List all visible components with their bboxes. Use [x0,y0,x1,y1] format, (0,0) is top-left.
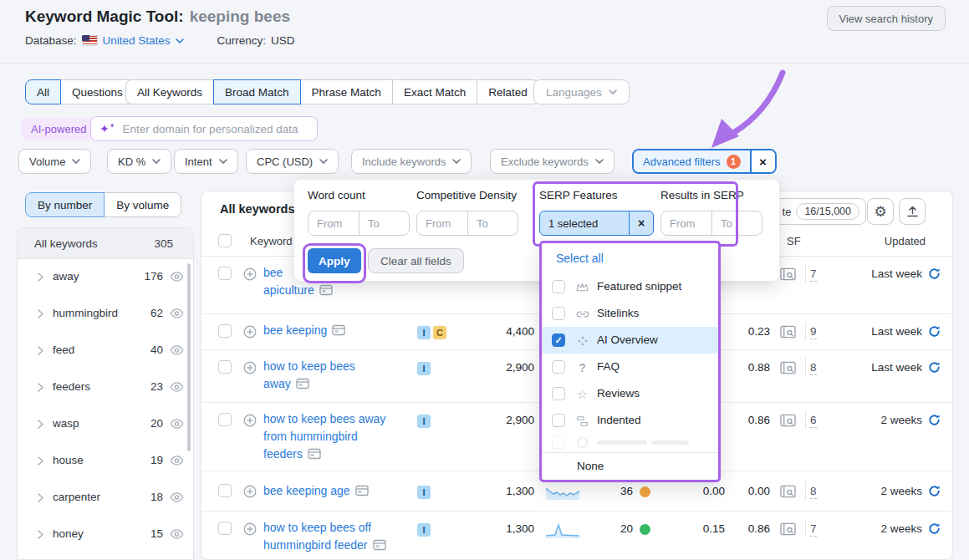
sf-count[interactable]: 9 [810,325,817,339]
cpc-filter[interactable]: CPC (USD) [246,149,339,174]
checkbox-checked[interactable]: ✓ [552,333,565,347]
keyword-link[interactable]: bee keeping age [263,482,443,500]
languages-dropdown[interactable]: Languages [533,79,630,104]
clear-serp-features-icon[interactable]: × [629,211,653,235]
word-count-from-input[interactable] [309,211,359,235]
eye-icon[interactable] [170,345,184,355]
expand-chevron-icon[interactable] [38,309,43,318]
sf-count[interactable]: 8 [810,485,817,499]
all-keywords-group-row[interactable]: All keywords 305 [18,228,193,259]
refresh-icon[interactable] [928,414,941,426]
serp-card-icon[interactable] [355,485,369,496]
volume-filter[interactable]: Volume [18,149,91,174]
expand-chevron-icon[interactable] [38,456,43,466]
by-number-tab[interactable]: By number [25,192,105,217]
competitive-density-from-input[interactable] [417,211,467,235]
serp-card-icon[interactable] [296,378,309,389]
serp-card-icon[interactable] [373,539,386,551]
serp-preview-icon[interactable] [780,522,796,536]
serp-feature-item-faq[interactable]: ? FAQ [542,354,718,380]
refresh-icon[interactable] [928,522,941,535]
group-row-honey[interactable]: honey 15 [18,516,193,552]
serp-preview-icon[interactable] [780,361,796,374]
serp-card-icon[interactable] [319,284,333,296]
row-checkbox[interactable] [218,267,232,280]
keyword-link[interactable]: bee keeping [263,322,443,339]
serp-feature-item-none[interactable]: None [542,452,718,481]
row-checkbox[interactable] [218,484,232,497]
add-to-list-icon[interactable] [243,325,257,339]
tab-broad-match[interactable]: Broad Match [213,79,301,104]
domain-input[interactable] [120,122,309,136]
checkbox[interactable] [552,307,565,320]
expand-chevron-icon[interactable] [38,493,43,502]
select-all-link[interactable]: Select all [556,252,604,265]
intent-informational-badge[interactable]: I [417,523,431,537]
refresh-icon[interactable] [928,485,941,497]
checkbox[interactable] [552,280,565,293]
serp-card-icon[interactable] [308,448,321,460]
expand-chevron-icon[interactable] [38,420,43,429]
group-row-carpenter[interactable]: carpenter 18 [18,479,193,516]
include-keywords-filter[interactable]: Include keywords [351,149,472,174]
intent-filter[interactable]: Intent [174,149,238,174]
serp-preview-icon[interactable] [780,325,796,339]
add-to-list-icon[interactable] [243,267,257,281]
eye-icon[interactable] [170,456,184,466]
by-volume-tab[interactable]: By volume [104,192,181,217]
add-to-list-icon[interactable] [243,361,257,374]
col-sf[interactable]: SF [787,235,801,247]
serp-features-select[interactable]: 1 selected × [539,211,654,236]
serp-feature-item-featured-snippet[interactable]: Featured snippet [542,273,718,300]
serp-feature-partial-item[interactable] [542,434,718,452]
serp-feature-item-sitelinks[interactable]: Sitelinks [542,300,718,327]
serp-preview-icon[interactable] [780,414,796,427]
results-in-serp-from-input[interactable] [661,211,711,235]
serp-preview-icon[interactable] [780,485,796,498]
intent-commercial-badge[interactable]: C [433,326,446,339]
sf-count[interactable]: 7 [810,267,817,282]
intent-informational-badge[interactable]: I [417,415,431,428]
keyword-link[interactable]: how to keep bees away from hummingbird f… [263,410,443,463]
serp-card-icon[interactable] [332,324,345,336]
group-row-feed[interactable]: feed 40 [18,332,193,369]
serp-feature-item-ai-overview[interactable]: ✓ AI Overview [542,327,718,354]
row-checkbox[interactable] [218,522,232,535]
checkbox[interactable] [552,360,565,374]
row-checkbox[interactable] [218,324,232,338]
tab-exact-match[interactable]: Exact Match [392,79,477,104]
expand-chevron-icon[interactable] [38,383,43,392]
sf-count[interactable]: 7 [810,522,817,537]
clear-all-fields-button[interactable]: Clear all fields [368,248,464,273]
add-to-list-icon[interactable] [243,485,257,498]
eye-icon[interactable] [170,308,184,318]
exclude-keywords-filter[interactable]: Exclude keywords [490,149,615,174]
apply-button[interactable]: Apply [308,248,361,273]
serp-preview-icon[interactable] [780,267,796,281]
intent-informational-badge[interactable]: I [417,326,431,339]
tab-questions[interactable]: Questions [60,79,135,104]
word-count-to-input[interactable] [359,211,409,235]
refresh-icon[interactable] [928,267,941,280]
sf-count[interactable]: 6 [810,414,817,428]
group-row-feeders[interactable]: feeders 23 [18,369,193,405]
checkbox[interactable] [552,414,565,427]
advanced-filters-button[interactable]: Advanced filters 1 × [632,149,777,174]
group-row-hummingbird[interactable]: hummingbird 62 [18,295,193,332]
group-row-away[interactable]: away 176 [18,258,193,295]
row-checkbox[interactable] [218,413,232,426]
expand-chevron-icon[interactable] [38,530,43,539]
group-row-wasp[interactable]: wasp 20 [18,405,193,442]
eye-icon[interactable] [170,419,184,429]
add-to-list-icon[interactable] [243,414,257,427]
expand-chevron-icon[interactable] [38,346,43,355]
export-button[interactable] [899,198,926,225]
select-all-checkbox[interactable] [218,234,232,247]
row-checkbox[interactable] [218,360,232,374]
expand-chevron-icon[interactable] [38,272,43,282]
tab-phrase-match[interactable]: Phrase Match [300,79,393,104]
eye-icon[interactable] [170,529,184,539]
database-selector[interactable]: United States [103,34,171,47]
competitive-density-to-input[interactable] [467,211,518,235]
add-to-list-icon[interactable] [243,522,257,536]
